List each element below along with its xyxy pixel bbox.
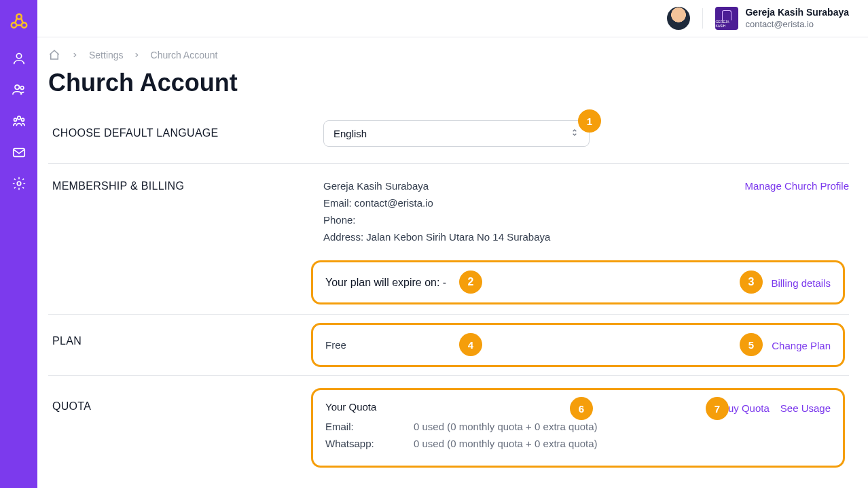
change-plan-link[interactable]: Change Plan bbox=[772, 340, 831, 351]
org-email: contact@erista.io bbox=[745, 19, 849, 30]
svg-point-8 bbox=[21, 118, 24, 121]
church-email: Email: contact@erista.io bbox=[323, 197, 845, 209]
user-avatar[interactable] bbox=[667, 7, 690, 30]
breadcrumb-church-account[interactable]: Church Account bbox=[151, 50, 218, 60]
svg-point-0 bbox=[16, 14, 22, 20]
annotation-badge-5: 5 bbox=[740, 333, 763, 356]
nav-people-icon[interactable] bbox=[11, 82, 27, 98]
church-phone: Phone: bbox=[323, 214, 845, 226]
content: Settings Church Account Church Account C… bbox=[37, 37, 868, 488]
nav-settings-icon[interactable] bbox=[11, 175, 27, 192]
sidebar bbox=[0, 0, 37, 488]
header-divider bbox=[702, 8, 703, 29]
app-logo[interactable] bbox=[0, 8, 37, 35]
nav-groups-icon[interactable] bbox=[11, 113, 27, 129]
quota-val-whatsapp: 0 used (0 monthly quota + 0 extra quota) bbox=[414, 438, 598, 449]
quota-grid: Email: 0 used (0 monthly quota + 0 extra… bbox=[325, 421, 721, 449]
svg-point-4 bbox=[15, 85, 19, 89]
page-title: Church Account bbox=[48, 69, 849, 97]
quota-key-email: Email: bbox=[325, 421, 414, 432]
annotation-badge-2: 2 bbox=[459, 271, 482, 294]
billing-details-link[interactable]: Billing details bbox=[771, 277, 831, 289]
section-body-membership: Manage Church Profile Gereja Kasih Surab… bbox=[323, 180, 849, 248]
chevron-right-icon bbox=[71, 51, 79, 59]
billing-box: Your plan will expire on: - 2 3 Billing … bbox=[311, 260, 845, 304]
section-label-membership: MEMBERSHIP & BILLING bbox=[48, 180, 323, 248]
plan-expire-text: Your plan will expire on: - bbox=[325, 277, 446, 289]
language-select[interactable]: English bbox=[323, 120, 590, 147]
quota-title: Your Quota bbox=[325, 401, 721, 413]
plan-name: Free bbox=[325, 339, 346, 351]
church-address: Address: Jalan Kebon Sirih Utara No 14 S… bbox=[323, 231, 845, 243]
section-plan: PLAN Free 4 5 Change Plan bbox=[48, 315, 849, 376]
breadcrumb-settings[interactable]: Settings bbox=[89, 50, 124, 60]
section-membership: MEMBERSHIP & BILLING Manage Church Profi… bbox=[48, 164, 849, 248]
svg-point-2 bbox=[21, 22, 26, 28]
section-body-plan: Free 4 5 Change Plan bbox=[311, 315, 849, 375]
quota-row-email: Email: 0 used (0 monthly quota + 0 extra… bbox=[325, 421, 721, 432]
main: GEREJA KASIH Gereja Kasih Surabaya conta… bbox=[37, 0, 868, 488]
org-logo: GEREJA KASIH bbox=[715, 7, 738, 30]
section-label-language: CHOOSE DEFAULT LANGUAGE bbox=[48, 119, 323, 147]
home-icon[interactable] bbox=[48, 48, 62, 62]
org-text: Gereja Kasih Surabaya contact@erista.io bbox=[745, 7, 849, 30]
annotation-badge-1: 1 bbox=[578, 109, 601, 133]
svg-point-1 bbox=[11, 22, 16, 28]
quota-val-email: 0 used (0 monthly quota + 0 extra quota) bbox=[414, 421, 598, 432]
quota-key-whatsapp: Whatsapp: bbox=[325, 438, 414, 449]
see-usage-link[interactable]: See Usage bbox=[780, 402, 831, 414]
org-logo-text: GEREJA KASIH bbox=[715, 20, 738, 28]
plan-box: Free 4 5 Change Plan bbox=[311, 323, 845, 367]
org-name: Gereja Kasih Surabaya bbox=[745, 7, 849, 19]
chevron-right-icon bbox=[133, 51, 141, 59]
svg-rect-9 bbox=[13, 149, 24, 157]
breadcrumb: Settings Church Account bbox=[48, 48, 849, 62]
section-body-language: English 1 bbox=[323, 119, 849, 147]
nav-mail-icon[interactable] bbox=[11, 144, 27, 160]
section-label-quota: QUOTA bbox=[48, 376, 323, 480]
select-chevron-icon bbox=[570, 128, 579, 139]
billing-row-wrapper: Your plan will expire on: - 2 3 Billing … bbox=[48, 248, 849, 315]
annotation-badge-7: 7 bbox=[706, 397, 729, 420]
section-quota: QUOTA Your Quota Email: 0 used (0 monthl… bbox=[48, 376, 849, 480]
section-language: CHOOSE DEFAULT LANGUAGE English 1 bbox=[48, 115, 849, 164]
svg-point-10 bbox=[17, 181, 21, 186]
annotation-badge-4: 4 bbox=[459, 333, 482, 356]
section-label-plan: PLAN bbox=[48, 315, 323, 375]
header: GEREJA KASIH Gereja Kasih Surabaya conta… bbox=[37, 0, 868, 37]
section-body-quota: Your Quota Email: 0 used (0 monthly quot… bbox=[311, 376, 849, 480]
annotation-badge-6: 6 bbox=[570, 397, 593, 420]
quota-box: Your Quota Email: 0 used (0 monthly quot… bbox=[311, 388, 845, 468]
org-block[interactable]: GEREJA KASIH Gereja Kasih Surabaya conta… bbox=[715, 7, 849, 30]
svg-point-7 bbox=[14, 118, 16, 121]
svg-point-6 bbox=[17, 116, 20, 120]
annotation-badge-3: 3 bbox=[740, 271, 763, 294]
manage-church-profile-link[interactable]: Manage Church Profile bbox=[745, 180, 849, 192]
svg-point-3 bbox=[16, 54, 21, 58]
quota-row-whatsapp: Whatsapp: 0 used (0 monthly quota + 0 ex… bbox=[325, 438, 721, 449]
nav-person-icon[interactable] bbox=[11, 50, 27, 67]
logo-icon bbox=[9, 12, 29, 32]
svg-point-5 bbox=[20, 86, 24, 90]
language-selected: English bbox=[333, 128, 367, 139]
